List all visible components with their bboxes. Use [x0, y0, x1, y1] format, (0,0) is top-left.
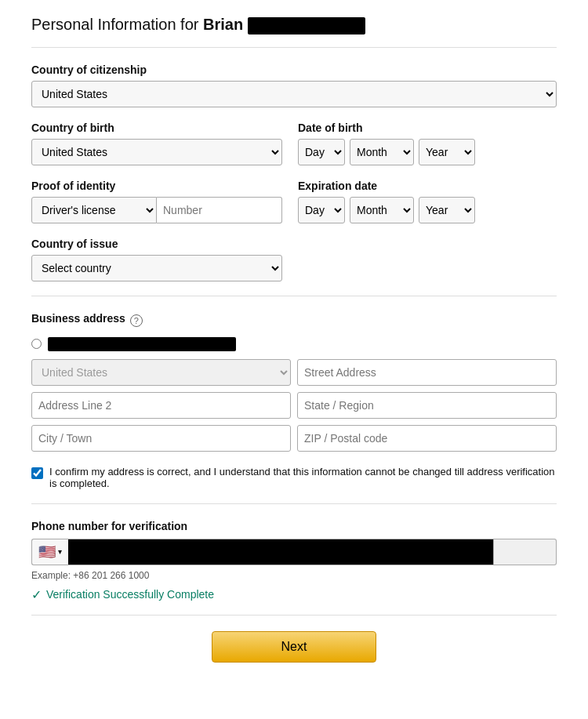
verification-text: Verification Successfully Complete: [46, 588, 214, 601]
exp-year-select[interactable]: Year: [419, 197, 475, 223]
address-country-select[interactable]: United States Canada Other: [31, 359, 291, 386]
country-issue-select[interactable]: Select country United States Canada Unit…: [31, 255, 282, 281]
check-icon: ✓: [31, 587, 42, 602]
phone-row: 🇺🇸 ▾: [31, 539, 557, 565]
date-of-birth-col: Date of birth Day Month Year: [298, 122, 557, 165]
business-address-section: Business address ? United States Canada …: [31, 312, 557, 452]
proof-number-input[interactable]: [157, 197, 282, 223]
business-address-redacted: [48, 337, 236, 351]
birth-row: Country of birth United States Canada Ot…: [31, 122, 557, 165]
us-flag-icon: 🇺🇸: [38, 543, 56, 561]
citizenship-label: Country of citizenship: [31, 64, 557, 76]
zip-postal-input[interactable]: [297, 425, 557, 452]
confirm-row: I confirm my address is correct, and I u…: [31, 466, 557, 489]
confirm-text: I confirm my address is correct, and I u…: [49, 466, 557, 489]
page-title: Personal Information for Brian: [31, 16, 557, 34]
confirm-checkbox[interactable]: [31, 467, 43, 479]
dob-year-select[interactable]: Year: [419, 139, 475, 165]
section-divider-2: [31, 503, 557, 504]
phone-section: Phone number for verification 🇺🇸 ▾ Examp…: [31, 520, 557, 602]
section-divider-1: [31, 296, 557, 296]
proof-row: Proof of identity Driver's license Passp…: [31, 180, 557, 223]
dob-month-select[interactable]: Month: [350, 139, 414, 165]
help-icon[interactable]: ?: [130, 314, 143, 327]
exp-day-select[interactable]: Day: [298, 197, 345, 223]
citizenship-select[interactable]: United States Canada United Kingdom Othe…: [31, 81, 557, 107]
redacted-name: [248, 17, 365, 34]
state-region-input[interactable]: [297, 392, 557, 419]
business-radio-row: [31, 337, 557, 351]
exp-month-select[interactable]: Month: [350, 197, 414, 223]
proof-identity-col: Proof of identity Driver's license Passp…: [31, 180, 282, 223]
proof-input-row: Driver's license Passport National ID: [31, 197, 282, 223]
business-address-label: Business address: [31, 312, 125, 325]
phone-dropdown-arrow: ▾: [58, 547, 62, 556]
business-address-radio[interactable]: [31, 339, 42, 349]
street-address-input[interactable]: [297, 359, 557, 386]
phone-flag-button[interactable]: 🇺🇸 ▾: [31, 539, 68, 565]
phone-readonly-area: [494, 539, 557, 565]
citizenship-section: Country of citizenship United States Can…: [31, 64, 557, 107]
phone-input-redacted: [68, 539, 494, 565]
next-button-row: Next: [31, 631, 557, 663]
next-button[interactable]: Next: [212, 631, 376, 663]
dob-label: Date of birth: [298, 122, 557, 134]
birth-country-col: Country of birth United States Canada Ot…: [31, 122, 282, 165]
dob-selects: Day Month Year: [298, 139, 557, 165]
footer-divider: [31, 615, 557, 616]
phone-example: Example: +86 201 266 1000: [31, 570, 557, 581]
business-label-row: Business address ?: [31, 312, 557, 329]
city-town-input[interactable]: [31, 425, 291, 452]
country-of-issue-section: Country of issue Select country United S…: [31, 238, 557, 281]
verification-success: ✓ Verification Successfully Complete: [31, 587, 557, 602]
birth-country-select[interactable]: United States Canada Other: [31, 139, 282, 165]
proof-type-select[interactable]: Driver's license Passport National ID: [31, 197, 157, 223]
expiration-selects: Day Month Year: [298, 197, 557, 223]
birth-country-label: Country of birth: [31, 122, 282, 134]
address-line2-input[interactable]: [31, 392, 291, 419]
dob-day-select[interactable]: Day: [298, 139, 345, 165]
country-issue-label: Country of issue: [31, 238, 557, 250]
proof-label: Proof of identity: [31, 180, 282, 192]
expiration-label: Expiration date: [298, 180, 557, 192]
phone-label: Phone number for verification: [31, 520, 557, 532]
expiration-col: Expiration date Day Month Year: [298, 180, 557, 223]
title-divider: [31, 47, 557, 48]
address-fields: United States Canada Other: [31, 359, 557, 452]
